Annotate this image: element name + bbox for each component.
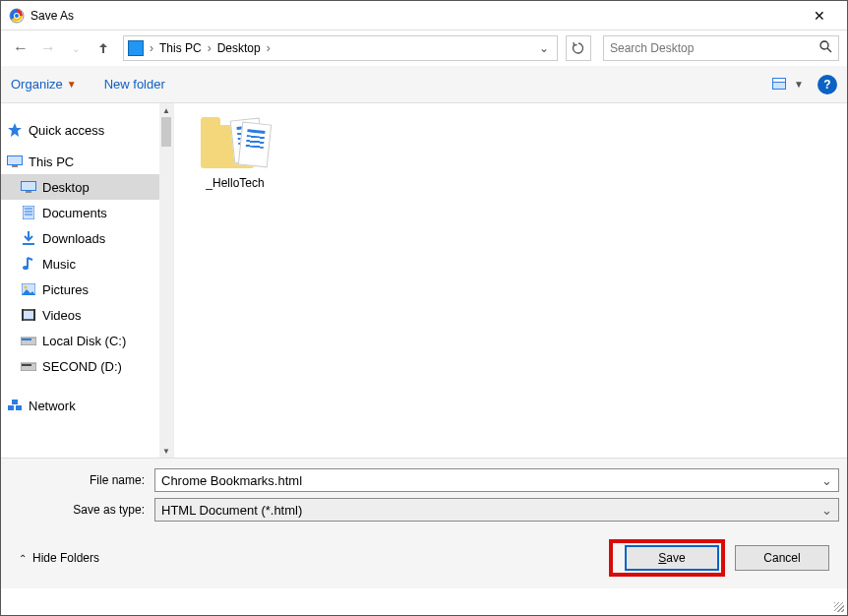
svg-rect-23 <box>24 311 33 319</box>
new-folder-button[interactable]: New folder <box>104 77 165 92</box>
footer: File name: ⌄ Save as type: HTML Document… <box>1 458 847 588</box>
chevron-down-icon[interactable]: ⌄ <box>821 503 832 518</box>
breadcrumb-this-pc[interactable]: This PC <box>155 41 206 55</box>
video-icon <box>21 307 36 323</box>
sidebar-network[interactable]: Network <box>1 393 173 418</box>
sidebar-this-pc[interactable]: This PC <box>1 149 173 174</box>
back-button[interactable]: ← <box>9 36 32 60</box>
svg-point-2 <box>15 14 19 18</box>
svg-rect-9 <box>8 156 22 164</box>
filename-label: File name: <box>9 473 154 487</box>
sidebar-item-downloads[interactable]: Downloads <box>1 225 173 251</box>
drive-icon <box>21 333 36 348</box>
svg-rect-10 <box>12 165 18 167</box>
folder-name: _HelloTech <box>206 176 264 190</box>
view-menu[interactable]: ▼ <box>770 76 806 93</box>
window-title: Save As <box>30 9 800 23</box>
folder-icon <box>201 117 270 172</box>
recent-dropdown[interactable]: ⌄ <box>64 36 88 60</box>
chevron-down-icon[interactable]: ⌄ <box>821 473 832 488</box>
sidebar-quick-access[interactable]: Quick access <box>1 117 173 143</box>
filename-input[interactable] <box>161 473 821 488</box>
hide-folders-toggle[interactable]: ⌃ Hide Folders <box>19 551 99 565</box>
svg-rect-29 <box>22 364 31 366</box>
title-bar: Save As ✕ <box>1 1 847 31</box>
save-button[interactable]: Save <box>625 545 719 571</box>
forward-button[interactable]: → <box>36 36 60 60</box>
sidebar-item-pictures[interactable]: Pictures <box>1 277 173 302</box>
resize-grip[interactable] <box>834 602 844 612</box>
sidebar-item-documents[interactable]: Documents <box>1 200 173 225</box>
cancel-button[interactable]: Cancel <box>735 545 829 571</box>
filename-field[interactable]: ⌄ <box>154 468 839 492</box>
svg-rect-30 <box>8 405 14 410</box>
sidebar-item-second-d[interactable]: SECOND (D:) <box>1 353 173 379</box>
scroll-down-icon[interactable]: ▼ <box>159 444 173 458</box>
svg-point-3 <box>820 41 828 49</box>
svg-rect-13 <box>26 191 31 193</box>
view-icon <box>772 78 790 92</box>
refresh-button[interactable] <box>566 35 591 61</box>
app-icon <box>9 8 25 24</box>
breadcrumb-desktop[interactable]: Desktop <box>213 41 265 55</box>
download-icon <box>21 230 36 246</box>
address-bar[interactable]: › This PC › Desktop › ⌄ <box>123 35 558 61</box>
chevron-down-icon: ▼ <box>67 79 77 90</box>
svg-rect-27 <box>22 339 31 340</box>
sidebar-item-music[interactable]: Music <box>1 251 173 277</box>
savetype-label: Save as type: <box>9 503 154 517</box>
savetype-value: HTML Document (*.html) <box>161 503 821 518</box>
music-icon <box>21 256 36 272</box>
monitor-icon <box>21 179 36 195</box>
toolbar: Organize ▼ New folder ▼ ? <box>1 66 847 103</box>
up-button[interactable] <box>91 36 115 60</box>
svg-rect-24 <box>22 309 24 321</box>
svg-rect-7 <box>773 83 785 89</box>
network-icon <box>7 398 23 413</box>
chevron-right-icon: › <box>206 41 213 55</box>
svg-rect-25 <box>33 309 35 321</box>
chevron-right-icon: › <box>265 41 273 55</box>
svg-rect-12 <box>22 182 35 190</box>
svg-rect-6 <box>773 79 785 82</box>
search-box[interactable] <box>603 35 839 61</box>
save-highlight: Save <box>609 539 725 577</box>
close-button[interactable]: ✕ <box>800 8 839 24</box>
svg-rect-14 <box>23 206 34 219</box>
drive-icon <box>21 358 36 374</box>
sidebar-item-local-disk-c[interactable]: Local Disk (C:) <box>1 328 173 353</box>
sidebar: Quick access This PC Desktop Documents D… <box>1 103 174 458</box>
address-dropdown[interactable]: ⌄ <box>535 41 553 55</box>
star-icon <box>7 122 23 138</box>
sidebar-item-videos[interactable]: Videos <box>1 302 173 328</box>
sidebar-item-desktop[interactable]: Desktop <box>1 174 173 200</box>
sidebar-scrollbar[interactable]: ▲ ▼ <box>159 103 173 458</box>
help-button[interactable]: ? <box>818 75 837 94</box>
organize-menu[interactable]: Organize ▼ <box>11 77 77 92</box>
folder-item[interactable]: _HelloTech <box>188 117 282 190</box>
file-list[interactable]: _HelloTech <box>174 103 847 458</box>
savetype-field[interactable]: HTML Document (*.html) ⌄ <box>154 498 839 522</box>
monitor-icon <box>128 40 144 56</box>
svg-line-4 <box>827 48 831 52</box>
monitor-icon <box>7 154 23 169</box>
svg-rect-32 <box>12 400 18 404</box>
chevron-right-icon: › <box>148 41 155 55</box>
svg-rect-31 <box>16 405 22 410</box>
document-icon <box>21 205 36 220</box>
scroll-up-icon[interactable]: ▲ <box>159 103 173 117</box>
svg-point-21 <box>25 286 28 289</box>
chevron-up-icon: ⌃ <box>19 553 27 564</box>
nav-bar: ← → ⌄ › This PC › Desktop › ⌄ <box>1 31 847 66</box>
svg-point-19 <box>23 266 29 270</box>
chevron-down-icon: ▼ <box>794 79 804 90</box>
search-icon[interactable] <box>819 40 832 56</box>
scroll-thumb[interactable] <box>161 117 171 147</box>
picture-icon <box>21 281 36 297</box>
search-input[interactable] <box>610 41 819 55</box>
